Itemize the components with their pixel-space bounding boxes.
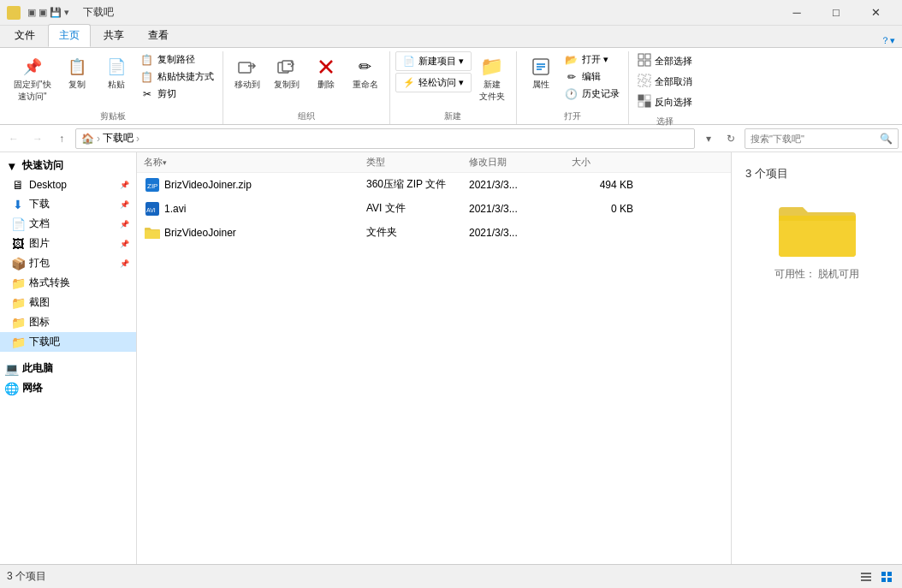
col-header-name[interactable]: 名称 ▾ [140,156,363,169]
new-item-button[interactable]: 📄 新建项目 ▾ [395,51,472,71]
sidebar-item-quick-access[interactable]: ▾ 快速访问 [0,156,136,175]
table-row[interactable]: AVI 1.avi AVI 文件 2021/3/3... 0 KB [137,197,731,221]
invert-selection-button[interactable]: 反向选择 [634,92,696,112]
grid-view-button[interactable] [878,568,895,585]
col-header-size[interactable]: 大小 [568,156,637,169]
search-icon: 🔍 [880,133,893,145]
tab-file[interactable]: 文件 [3,24,46,47]
rename-icon: ✏ [353,55,377,79]
pin-indicator-3: 📌 [120,220,129,229]
cut-button[interactable]: ✂ 剪切 [137,86,217,102]
sidebar-item-format[interactable]: 📁 格式转换 [0,273,136,293]
path-segment[interactable]: 下载吧 [103,131,134,146]
paste-button[interactable]: 📄 粘贴 [98,51,135,94]
sidebar-documents-label: 文档 [29,217,50,231]
main-content: ▾ 快速访问 🖥 Desktop 📌 ⬇ 下载 📌 📄 文档 📌 🖼 图片 📌 … [0,152,902,564]
sidebar-item-downloads[interactable]: ⬇ 下载 📌 [0,194,136,214]
properties-button[interactable]: 属性 [522,51,560,94]
copy-button[interactable]: 📋 复制 [58,51,96,94]
sidebar-pictures-label: 图片 [29,236,50,251]
file-name-3: BrizVideoJoiner [164,227,236,239]
file-size-2: 0 KB [568,203,637,215]
pin-indicator-4: 📌 [120,240,129,248]
tab-share[interactable]: 共享 [92,24,135,47]
clipboard-small-buttons: 📋 复制路径 📋 粘贴快捷方式 ✂ 剪切 [137,51,217,102]
sidebar-item-desktop[interactable]: 🖥 Desktop 📌 [0,175,136,194]
svg-rect-29 [887,572,892,576]
title-bar-left: ▣ ▣ 💾 ▾ 下载吧 [7,5,114,20]
col-header-type[interactable]: 类型 [363,156,466,169]
select-all-button[interactable]: 全部选择 [634,51,696,71]
pin-icon: 📌 [21,55,45,79]
help-button[interactable]: ？▾ [881,34,895,47]
col-header-date[interactable]: 修改日期 [466,156,568,169]
ribbon-group-open: 属性 📂 打开 ▾ ✏ 编辑 🕐 历史记录 打开 [517,51,629,124]
edit-icon: ✏ [565,71,579,83]
move-to-button[interactable]: 移动到 [228,51,266,94]
tab-home[interactable]: 主页 [48,24,91,47]
history-icon: 🕐 [565,88,579,100]
preview-count: 3 个项目 [745,166,788,181]
open-button[interactable]: 📂 打开 ▾ [561,51,623,68]
sidebar-item-pictures[interactable]: 🖼 图片 📌 [0,234,136,253]
sidebar-item-pack[interactable]: 📦 打包 📌 [0,253,136,273]
svg-rect-25 [861,573,871,574]
new-folder-button[interactable]: 📁 新建文件夹 [473,51,511,106]
up-button[interactable]: ↑ [51,128,72,149]
sidebar-xiazaba-label: 下载吧 [29,335,60,349]
address-path[interactable]: 🏠 › 下载吧 › [75,128,695,149]
open-small-buttons: 📂 打开 ▾ ✏ 编辑 🕐 历史记录 [561,51,623,102]
back-button[interactable]: ← [3,128,24,149]
refresh-button[interactable]: ↻ [721,128,741,149]
list-view-button[interactable] [857,568,875,585]
easy-access-icon: ⚡ [403,77,415,88]
open-icon: 📂 [565,54,579,66]
table-row[interactable]: BrizVideoJoiner 文件夹 2021/3/3... [137,221,731,245]
sidebar-item-network[interactable]: 🌐 网络 [0,378,136,398]
history-button[interactable]: 🕐 历史记录 [561,86,623,102]
delete-button[interactable]: 删除 [307,51,345,94]
sidebar-item-documents[interactable]: 📄 文档 📌 [0,214,136,234]
svg-rect-30 [881,578,886,582]
paste-shortcut-button[interactable]: 📋 粘贴快捷方式 [137,68,217,85]
documents-icon: 📄 [10,217,26,231]
icons-folder-icon: 📁 [10,316,26,330]
search-input[interactable] [751,134,880,144]
deselect-all-icon [638,74,651,90]
deselect-all-button[interactable]: 全部取消 [634,72,696,92]
sidebar-item-icons[interactable]: 📁 图标 [0,312,136,332]
rename-button[interactable]: ✏ 重命名 [347,51,384,94]
table-row[interactable]: ZIP BrizVideoJoiner.zip 360压缩 ZIP 文件 202… [137,173,731,197]
minimize-button[interactable]: ─ [777,0,816,26]
quick-access-toolbar: ▣ ▣ 💾 ▾ [27,7,69,18]
address-bar-extras: ▾ ↻ [698,128,741,149]
file-name-cell-3: BrizVideoJoiner [140,224,363,241]
svg-rect-12 [645,61,650,66]
new-item-icon: 📄 [403,56,415,67]
close-button[interactable]: ✕ [856,0,895,26]
pin-quick-access-button[interactable]: 📌 固定到"快速访问" [9,51,56,106]
select-all-icon [638,53,651,69]
svg-text:ZIP: ZIP [147,182,157,190]
sidebar-pack-label: 打包 [29,256,50,270]
address-dropdown-button[interactable]: ▾ [698,128,719,149]
tab-view[interactable]: 查看 [137,24,180,47]
copy-path-button[interactable]: 📋 复制路径 [137,51,217,68]
svg-rect-26 [861,576,871,578]
invert-selection-icon [638,94,651,110]
clipboard-label: 剪贴板 [9,109,217,124]
edit-button[interactable]: ✏ 编辑 [561,68,623,85]
quick-access-arrow-icon: ▾ [3,159,19,173]
sidebar-item-screenshot[interactable]: 📁 截图 [0,293,136,312]
sidebar-item-thispc[interactable]: 💻 此电脑 [0,359,136,378]
forward-button[interactable]: → [27,128,48,149]
sidebar-item-xiazaba[interactable]: 📁 下载吧 [0,332,136,352]
window-controls: ─ □ ✕ [777,0,895,26]
status-bar: 3 个项目 [0,564,902,588]
xiazaba-icon: 📁 [10,336,26,349]
ribbon-group-clipboard: 📌 固定到"快速访问" 📋 复制 📄 粘贴 📋 复制路径 📋 粘贴快捷方式 [3,51,223,124]
thispc-label: 此电脑 [22,361,53,376]
copy-to-button[interactable]: 复制到 [268,51,306,94]
easy-access-button[interactable]: ⚡ 轻松访问 ▾ [395,73,472,92]
maximize-button[interactable]: □ [816,0,856,26]
